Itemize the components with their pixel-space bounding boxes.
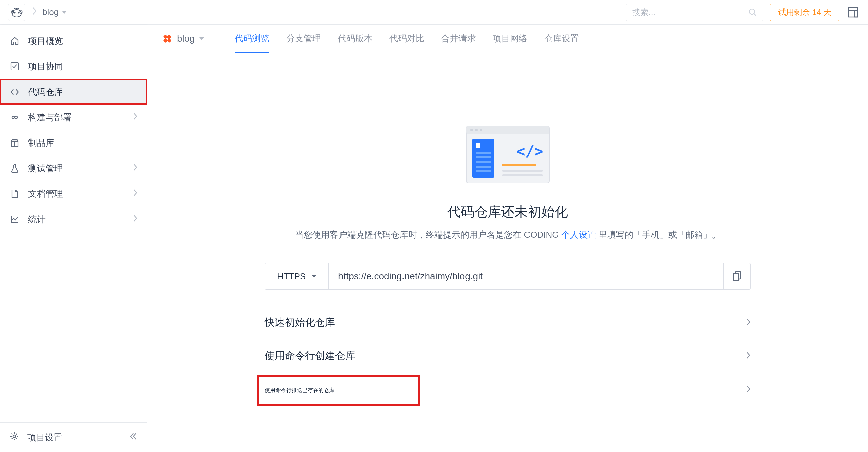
sidebar-item-chart[interactable]: 统计 (0, 207, 147, 232)
accordion-item[interactable]: 使用命令行创建仓库 (265, 339, 751, 373)
home-icon (9, 35, 20, 46)
workspace-avatar[interactable] (8, 4, 26, 21)
search-input[interactable] (632, 8, 744, 17)
svg-point-17 (470, 129, 473, 131)
svg-point-1 (14, 12, 16, 13)
copy-url-button[interactable] (723, 263, 750, 290)
svg-rect-31 (733, 273, 739, 281)
tab[interactable]: 分支管理 (286, 25, 321, 52)
clone-url-row: HTTPS https://e.coding.net/zhaimy/blog.g… (265, 263, 751, 290)
sidebar: 项目概览项目协同代码仓库构建与部署制品库测试管理文档管理统计 项目设置 (0, 25, 148, 452)
svg-rect-30 (502, 174, 542, 176)
clone-url: https://e.coding.net/zhaimy/blog.git (338, 271, 483, 282)
caret-down-icon (199, 37, 204, 40)
repo-selector[interactable]: blog (162, 33, 204, 44)
layout-toggle-button[interactable] (846, 5, 860, 20)
layout-icon (847, 7, 859, 18)
sidebar-item-label: 项目概览 (28, 35, 138, 47)
header-right: 试用剩余 14 天 (626, 4, 860, 21)
sidebar-item-flask[interactable]: 测试管理 (0, 156, 147, 181)
svg-rect-29 (502, 170, 542, 172)
breadcrumb-current[interactable]: blog (42, 7, 67, 18)
empty-illustration: </> (463, 123, 553, 186)
gear-icon (9, 431, 20, 444)
tabs: 代码浏览分支管理代码版本代码对比合并请求项目网络仓库设置 (235, 25, 579, 52)
accordion-label: 使用命令行推送已存在的仓库 (265, 387, 335, 394)
sidebar-footer-label: 项目设置 (28, 431, 62, 443)
empty-state: </> 代码仓库还未初始化 当您使用客户端克隆代码仓库时，终端提示的用户名是您在… (148, 52, 868, 406)
empty-title: 代码仓库还未初始化 (447, 203, 568, 221)
svg-rect-23 (475, 156, 491, 158)
collapse-icon[interactable] (129, 432, 138, 443)
svg-point-11 (13, 435, 16, 438)
header-left: blog (8, 4, 67, 21)
protocol-label: HTTPS (277, 271, 306, 282)
svg-point-0 (12, 10, 22, 17)
git-icon (162, 33, 172, 43)
sidebar-nav: 项目概览项目协同代码仓库构建与部署制品库测试管理文档管理统计 (0, 25, 147, 422)
svg-rect-24 (475, 161, 491, 163)
svg-point-5 (749, 9, 755, 14)
chevron-right-icon (746, 317, 751, 328)
package-icon (9, 138, 20, 148)
personal-settings-link[interactable]: 个人设置 (561, 230, 596, 240)
search-icon (748, 8, 757, 17)
sidebar-item-label: 项目协同 (28, 61, 138, 72)
svg-rect-7 (848, 8, 858, 11)
svg-point-14 (166, 37, 168, 39)
code-icon (9, 87, 20, 97)
tab[interactable]: 代码版本 (338, 25, 373, 52)
sidebar-item-package[interactable]: 制品库 (0, 130, 147, 156)
accordion-item-highlighted[interactable]: 使用命令行推送已存在的仓库 (257, 374, 420, 406)
accordion-item[interactable]: 快速初始化仓库 (265, 306, 751, 339)
svg-rect-26 (475, 170, 491, 172)
tab[interactable]: 代码浏览 (235, 25, 270, 52)
svg-point-19 (479, 129, 482, 131)
init-accordion: 快速初始化仓库使用命令行创建仓库使用命令行推送已存在的仓库 (265, 306, 751, 406)
trial-text: 试用剩余 14 天 (778, 7, 832, 18)
chevron-right-icon (746, 385, 751, 394)
sidebar-item-label: 制品库 (28, 137, 138, 149)
sidebar-item-infinity[interactable]: 构建与部署 (0, 104, 147, 130)
sub-header: blog 代码浏览分支管理代码版本代码对比合并请求项目网络仓库设置 (148, 25, 868, 52)
svg-rect-22 (475, 152, 491, 154)
infinity-icon (9, 112, 20, 123)
chevron-right-icon (133, 163, 138, 174)
svg-rect-28 (502, 163, 536, 166)
desc-post: 里填写的「手机」或「邮箱」。 (596, 230, 720, 240)
protocol-select[interactable]: HTTPS (265, 263, 329, 290)
chevron-right-icon (133, 214, 138, 225)
chevron-right-icon (746, 351, 751, 362)
trial-badge[interactable]: 试用剩余 14 天 (770, 4, 839, 21)
tab[interactable]: 代码对比 (390, 25, 424, 52)
desc-pre: 当您使用客户端克隆代码仓库时，终端提示的用户名是您在 CODING (295, 230, 561, 240)
sidebar-item-check-square[interactable]: 项目协同 (0, 54, 147, 79)
sidebar-footer[interactable]: 项目设置 (0, 422, 147, 452)
file-icon (9, 188, 20, 199)
tab[interactable]: 项目网络 (493, 25, 527, 52)
tab[interactable]: 仓库设置 (544, 25, 579, 52)
svg-rect-25 (475, 165, 491, 168)
check-square-icon (9, 61, 20, 72)
chart-icon (9, 214, 20, 225)
sidebar-item-home[interactable]: 项目概览 (0, 28, 147, 54)
sidebar-item-code[interactable]: 代码仓库 (0, 79, 147, 104)
flask-icon (9, 163, 20, 174)
chevron-right-icon (133, 189, 138, 199)
sidebar-item-file[interactable]: 文档管理 (0, 181, 147, 207)
svg-point-2 (18, 12, 20, 13)
copy-icon (733, 271, 741, 281)
repo-name: blog (177, 33, 195, 44)
search-box[interactable] (626, 4, 764, 21)
tab[interactable]: 合并请求 (441, 25, 476, 52)
clone-url-display[interactable]: https://e.coding.net/zhaimy/blog.git (329, 263, 723, 290)
accordion-label: 使用命令行创建仓库 (265, 349, 355, 363)
top-header: blog 试用剩余 14 天 (0, 0, 868, 25)
breadcrumb-label: blog (42, 7, 59, 18)
svg-rect-21 (475, 143, 480, 148)
caret-down-icon (312, 275, 316, 278)
main-content: blog 代码浏览分支管理代码版本代码对比合并请求项目网络仓库设置 </> (148, 25, 868, 452)
sidebar-item-label: 统计 (28, 214, 125, 225)
sidebar-item-label: 构建与部署 (28, 112, 125, 123)
accordion-label: 快速初始化仓库 (265, 315, 335, 329)
